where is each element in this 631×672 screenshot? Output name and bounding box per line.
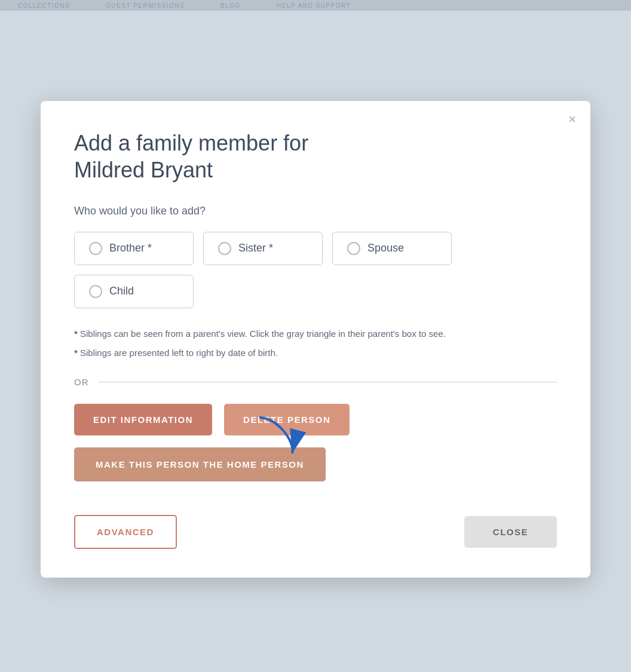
home-person-container: MAKE THIS PERSON THE HOME PERSON	[74, 447, 326, 496]
action-buttons-row: EDIT INFORMATION DELETE PERSON	[74, 404, 557, 435]
delete-person-button[interactable]: DELETE PERSON	[224, 404, 350, 435]
question-label: Who would you like to add?	[74, 205, 557, 217]
modal-title-line2: Mildred Bryant	[74, 158, 213, 182]
radio-option-spouse[interactable]: Spouse	[332, 232, 452, 265]
modal-backdrop: × Add a family member for Mildred Bryant…	[0, 0, 631, 672]
modal-title: Add a family member for Mildred Bryant	[74, 130, 557, 183]
close-x-button[interactable]: ×	[568, 113, 576, 126]
radio-option-sister[interactable]: Sister *	[203, 232, 323, 265]
radio-circle-child	[89, 285, 102, 298]
radio-label-spouse: Spouse	[367, 242, 404, 254]
radio-label-child: Child	[109, 285, 134, 297]
advanced-button[interactable]: ADVANCED	[74, 515, 177, 549]
bottom-row: ADVANCED CLOSE	[74, 515, 557, 549]
edit-information-button[interactable]: EDIT INFORMATION	[74, 404, 212, 435]
notes-section: Siblings can be seen from a parent's vie…	[74, 327, 557, 360]
modal-dialog: × Add a family member for Mildred Bryant…	[41, 101, 590, 578]
radio-option-child[interactable]: Child	[74, 275, 194, 308]
radio-circle-spouse	[347, 242, 360, 255]
radio-circle-brother	[89, 242, 102, 255]
modal-title-line1: Add a family member for	[74, 131, 308, 155]
radio-label-sister: Sister *	[238, 242, 273, 254]
radio-options-group: Brother * Sister * Spouse Child	[74, 232, 557, 308]
or-divider: OR	[74, 377, 557, 387]
close-button[interactable]: CLOSE	[464, 516, 557, 548]
note-1: Siblings can be seen from a parent's vie…	[74, 327, 557, 341]
note-2: Siblings are presented left to right by …	[74, 346, 557, 360]
or-line	[99, 382, 558, 382]
radio-option-brother[interactable]: Brother *	[74, 232, 194, 265]
radio-circle-sister	[218, 242, 231, 255]
or-label: OR	[74, 377, 89, 387]
radio-label-brother: Brother *	[109, 242, 152, 254]
make-home-person-button[interactable]: MAKE THIS PERSON THE HOME PERSON	[74, 447, 326, 481]
